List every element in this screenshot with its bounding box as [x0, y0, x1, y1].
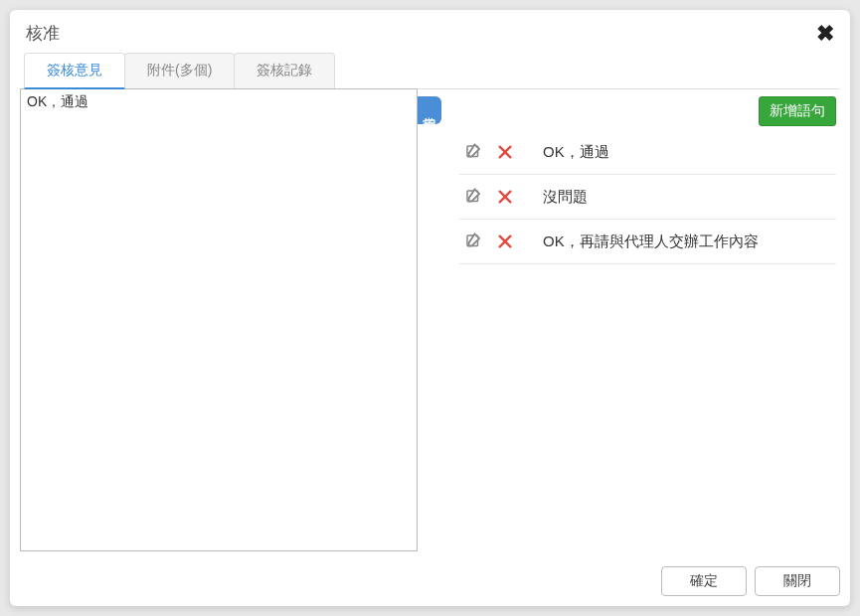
close-icon[interactable]: ✖	[816, 23, 834, 45]
dialog-title: 核准	[26, 22, 60, 45]
edit-icon[interactable]	[463, 231, 483, 251]
close-button[interactable]: 關閉	[755, 566, 840, 596]
delete-icon[interactable]	[495, 187, 515, 207]
phrase-item: OK，再請與代理人交辦工作內容	[459, 220, 836, 264]
tab-approval-comment[interactable]: 簽核意見	[24, 53, 125, 89]
ok-button[interactable]: 確定	[661, 566, 747, 596]
comment-textarea-wrap	[20, 88, 418, 551]
delete-icon[interactable]	[495, 142, 515, 162]
tab-bar: 簽核意見 附件(多個) 簽核記錄	[24, 53, 840, 89]
comment-textarea[interactable]	[21, 89, 417, 550]
phrase-item: 沒問題	[459, 175, 836, 220]
tab-attachments[interactable]: 附件(多個)	[124, 53, 235, 88]
content-row: 常用辭庫 新增語句 OK，通過	[20, 88, 840, 551]
edit-icon[interactable]	[463, 187, 483, 207]
phrase-side-label[interactable]: 常用辭庫	[418, 96, 441, 124]
phrase-item: OK，通過	[459, 130, 836, 175]
dialog-footer: 確定 關閉	[10, 558, 850, 606]
add-row: 新增語句	[459, 96, 836, 126]
delete-icon[interactable]	[495, 231, 515, 251]
tab-approval-log[interactable]: 簽核記錄	[234, 53, 335, 88]
dialog-header: 核准 ✖	[10, 10, 850, 53]
add-phrase-button[interactable]: 新增語句	[759, 96, 836, 126]
phrase-text[interactable]: OK，再請與代理人交辦工作內容	[543, 232, 759, 251]
phrase-text[interactable]: OK，通過	[543, 143, 609, 162]
phrase-side-tab: 常用辭庫	[418, 88, 441, 551]
dialog-body: 簽核意見 附件(多個) 簽核記錄 常用辭庫 新增語句	[10, 53, 850, 558]
approval-dialog: 核准 ✖ 簽核意見 附件(多個) 簽核記錄 常用辭庫 新增語句	[10, 10, 850, 606]
phrase-text[interactable]: 沒問題	[543, 188, 588, 207]
edit-icon[interactable]	[463, 142, 483, 162]
phrase-panel: 新增語句 OK，通過	[441, 88, 840, 551]
